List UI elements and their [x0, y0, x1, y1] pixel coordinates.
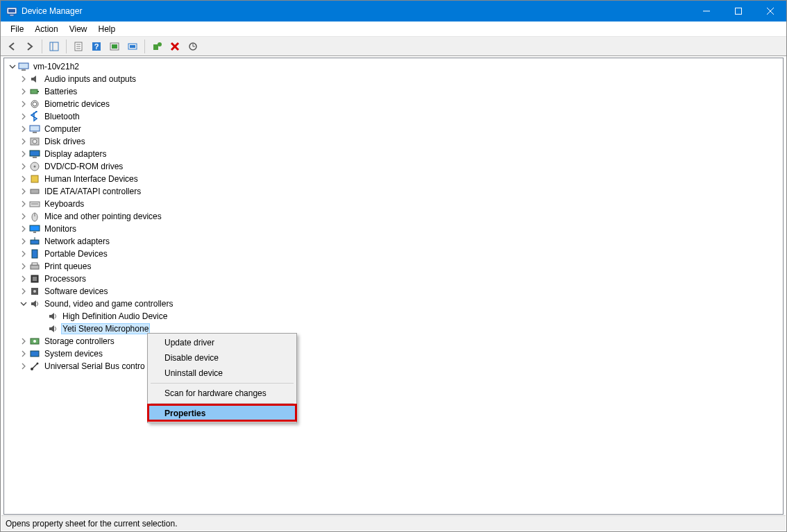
- tree-node[interactable]: High Definition Audio Device: [4, 310, 783, 323]
- speaker-icon: [29, 74, 40, 85]
- menu-action[interactable]: Action: [29, 23, 63, 35]
- tree-node[interactable]: Display adapters: [4, 148, 783, 160]
- chevron-right-icon[interactable]: [19, 262, 28, 271]
- svg-rect-34: [30, 151, 40, 156]
- ctx-uninstall-device[interactable]: Uninstall device: [149, 366, 295, 381]
- chevron-right-icon[interactable]: [19, 200, 28, 208]
- enable-device-button[interactable]: [149, 39, 165, 54]
- tree-node[interactable]: Disk drives: [4, 135, 783, 148]
- tree-node[interactable]: Mice and other pointing devices: [4, 210, 783, 223]
- chevron-right-icon[interactable]: [19, 250, 28, 258]
- forward-button[interactable]: [22, 39, 38, 54]
- menu-file[interactable]: File: [5, 23, 29, 35]
- maximize-button[interactable]: [722, 1, 754, 22]
- chevron-right-icon[interactable]: [19, 350, 28, 358]
- tree-node-label: Biometric devices: [43, 99, 111, 109]
- chevron-right-icon[interactable]: [19, 162, 28, 171]
- tree-node[interactable]: Batteries: [4, 85, 783, 98]
- chevron-right-icon[interactable]: [19, 100, 28, 108]
- storage-icon: [29, 336, 40, 347]
- tree-node-label: Sound, video and game controllers: [43, 299, 174, 309]
- tree-node[interactable]: Bluetooth: [4, 110, 783, 123]
- tree-node[interactable]: Computer: [4, 123, 783, 135]
- tree-node[interactable]: vm-10v21h2: [4, 60, 783, 73]
- chevron-right-icon[interactable]: [19, 137, 28, 146]
- tree-node[interactable]: Universal Serial Bus contro: [4, 360, 783, 372]
- menu-help[interactable]: Help: [93, 23, 121, 35]
- minimize-button[interactable]: [691, 1, 722, 22]
- devices-by-connection-button[interactable]: [124, 39, 141, 54]
- device-tree-pane[interactable]: vm-10v21h2Audio inputs and outputsBatter…: [3, 58, 784, 515]
- chevron-right-icon[interactable]: [19, 287, 28, 295]
- tree-node[interactable]: Processors: [4, 273, 783, 285]
- chevron-right-icon[interactable]: [19, 75, 28, 83]
- properties-button[interactable]: [70, 39, 87, 54]
- chevron-right-icon[interactable]: [19, 225, 28, 233]
- tree-node[interactable]: Print queues: [4, 260, 783, 273]
- chevron-right-icon[interactable]: [19, 237, 28, 246]
- context-menu: Update driver Disable device Uninstall d…: [147, 333, 297, 423]
- ctx-update-driver[interactable]: Update driver: [149, 335, 295, 350]
- chevron-right-icon[interactable]: [19, 125, 28, 133]
- update-driver-button[interactable]: [106, 39, 123, 54]
- window-title: Device Manager: [22, 6, 691, 16]
- tree-node[interactable]: Network adapters: [4, 235, 783, 248]
- chevron-right-icon[interactable]: [19, 275, 28, 283]
- chevron-right-icon[interactable]: [19, 112, 28, 121]
- svg-rect-18: [130, 45, 135, 48]
- chevron-right-icon[interactable]: [19, 362, 28, 370]
- chevron-right-icon[interactable]: [19, 187, 28, 196]
- chevron-right-icon[interactable]: [19, 337, 28, 345]
- ctx-scan-hardware[interactable]: Scan for hardware changes: [149, 386, 295, 401]
- ctx-properties[interactable]: Properties: [149, 406, 295, 421]
- tree-node[interactable]: Software devices: [4, 285, 783, 298]
- tree-node[interactable]: DVD/CD-ROM drives: [4, 160, 783, 173]
- tree-node[interactable]: System devices: [4, 347, 783, 360]
- svg-rect-2: [10, 15, 14, 16]
- tree-node-label: Mice and other pointing devices: [43, 212, 163, 221]
- chevron-right-icon[interactable]: [19, 150, 28, 158]
- tree-node[interactable]: Audio inputs and outputs: [4, 73, 783, 85]
- tree-node[interactable]: Sound, video and game controllers: [4, 298, 783, 310]
- tree-node[interactable]: Biometric devices: [4, 98, 783, 110]
- mouse-icon: [29, 211, 40, 222]
- tree-node[interactable]: IDE ATA/ATAPI controllers: [4, 185, 783, 198]
- chevron-right-icon[interactable]: [19, 175, 28, 183]
- tree-node[interactable]: Human Interface Devices: [4, 173, 783, 185]
- system-icon: [29, 348, 40, 359]
- cpu-icon: [29, 273, 40, 284]
- svg-point-20: [158, 42, 162, 46]
- help-button[interactable]: ?: [88, 39, 105, 54]
- show-hide-console-tree-button[interactable]: [46, 39, 62, 54]
- ctx-disable-device[interactable]: Disable device: [149, 350, 295, 366]
- chevron-down-icon[interactable]: [8, 62, 17, 71]
- tree-node-label: Yeti Stereo Microphone: [61, 323, 150, 334]
- back-button[interactable]: [3, 39, 20, 54]
- svg-rect-30: [30, 126, 40, 131]
- ide-icon: [29, 186, 40, 197]
- svg-rect-1: [8, 9, 15, 12]
- svg-line-59: [32, 363, 37, 369]
- chevron-right-icon[interactable]: [19, 212, 28, 221]
- menu-view[interactable]: View: [64, 23, 93, 35]
- chevron-down-icon[interactable]: [19, 300, 28, 308]
- tree-node[interactable]: Yeti Stereo Microphone: [4, 323, 783, 335]
- tree-node[interactable]: Monitors: [4, 223, 783, 235]
- scan-hardware-button[interactable]: [185, 39, 201, 54]
- svg-rect-52: [33, 277, 37, 281]
- status-text: Opens property sheet for the current sel…: [6, 519, 177, 529]
- software-icon: [29, 286, 40, 297]
- close-button[interactable]: [754, 1, 786, 22]
- chevron-right-icon[interactable]: [19, 87, 28, 96]
- tree-node[interactable]: Keyboards: [4, 198, 783, 210]
- tree-node[interactable]: Portable Devices: [4, 248, 783, 260]
- svg-rect-31: [33, 132, 37, 133]
- statusbar: Opens property sheet for the current sel…: [1, 515, 786, 531]
- tree-node[interactable]: Storage controllers: [4, 335, 783, 347]
- uninstall-device-button[interactable]: [167, 39, 183, 54]
- svg-point-33: [33, 139, 37, 144]
- computer-icon: [29, 123, 40, 135]
- optical-icon: [29, 161, 40, 172]
- svg-point-54: [33, 290, 36, 293]
- fingerprint-icon: [29, 98, 40, 110]
